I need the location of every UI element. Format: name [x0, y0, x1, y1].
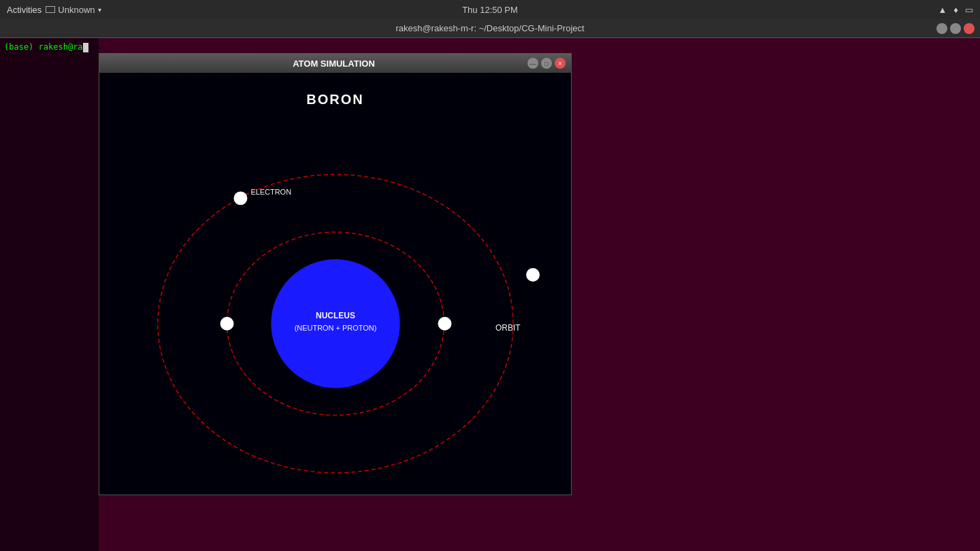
terminal-output: (base) rakesh@ra — [4, 41, 95, 53]
orbit-label: ORBIT — [495, 323, 521, 333]
terminal-area: (base) rakesh@ra — [0, 38, 99, 551]
terminal-cursor — [83, 43, 88, 52]
terminal-titlebar: rakesh@rakesh-m-r: ~/Desktop/CG-Mini-Pro… — [0, 19, 980, 38]
sim-controls: — □ × — [527, 58, 566, 69]
svg-point-10 — [438, 317, 452, 331]
system-bar-right: ▲ ♦ ▭ — [938, 5, 973, 15]
svg-point-7 — [526, 268, 540, 282]
terminal-title: rakesh@rakesh-m-r: ~/Desktop/CG-Mini-Pro… — [395, 23, 584, 33]
terminal-window-controls — [936, 23, 975, 34]
window-name-label: Unknown — [58, 5, 95, 15]
window-icon — [46, 6, 55, 13]
chevron-down-icon: ▾ — [98, 6, 101, 14]
terminal-prompt: (base) rakesh@ra — [4, 42, 83, 52]
sim-close-btn[interactable]: × — [555, 58, 566, 69]
simulation-window: ATOM SIMULATION — □ × BORON NUCLEUS (NEU… — [99, 53, 572, 495]
sim-minimize-btn[interactable]: — — [527, 58, 538, 69]
sim-title: ATOM SIMULATION — [140, 59, 527, 69]
atom-svg: NUCLEUS (NEUTRON + PROTON) ELECTRON ORBI… — [99, 73, 571, 495]
wifi-icon: ▲ — [938, 5, 947, 15]
sim-maximize-btn[interactable]: □ — [541, 58, 552, 69]
system-bar: Activities Unknown ▾ Thu 12:50 PM ▲ ♦ ▭ — [0, 0, 980, 19]
battery-icon: ▭ — [965, 5, 973, 15]
terminal-min-btn[interactable] — [936, 23, 947, 34]
system-bar-left: Activities Unknown ▾ — [7, 5, 101, 15]
sim-titlebar: ATOM SIMULATION — □ × — [99, 54, 571, 73]
svg-text:(NEUTRON + PROTON): (NEUTRON + PROTON) — [295, 324, 377, 332]
volume-icon: ♦ — [953, 5, 958, 15]
system-bar-time: Thu 12:50 PM — [462, 5, 518, 15]
svg-point-9 — [220, 317, 234, 331]
activities-label[interactable]: Activities — [7, 5, 42, 15]
desktop-area — [572, 38, 980, 551]
window-indicator[interactable]: Unknown ▾ — [46, 5, 101, 15]
sim-content: BORON NUCLEUS (NEUTRON + PROTON) ELECTRO… — [99, 73, 571, 495]
svg-text:NUCLEUS: NUCLEUS — [316, 311, 355, 320]
svg-point-5 — [233, 191, 247, 205]
svg-text:ELECTRON: ELECTRON — [250, 188, 291, 196]
terminal-close-btn[interactable] — [964, 23, 975, 34]
terminal-max-btn[interactable] — [950, 23, 961, 34]
